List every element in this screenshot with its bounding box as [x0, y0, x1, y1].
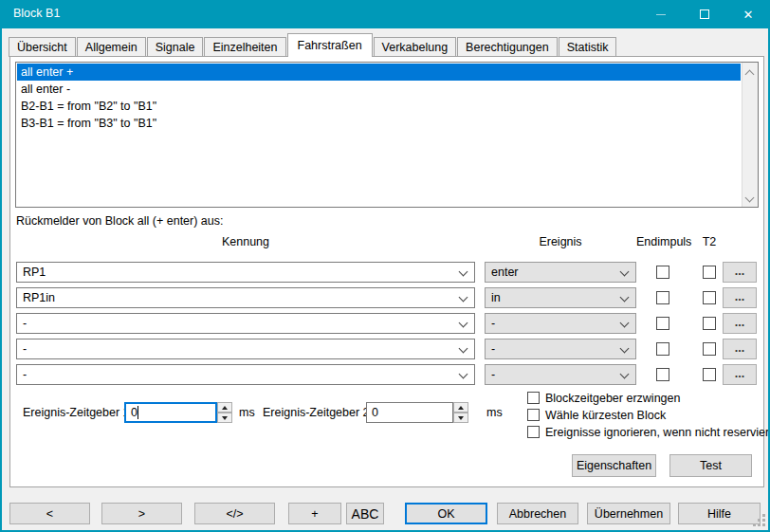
spin-down-button[interactable] [453, 413, 468, 423]
t2-checkbox-1[interactable] [703, 266, 716, 279]
more-button-1[interactable]: ... [723, 262, 757, 283]
test-button[interactable]: Test [669, 454, 752, 477]
ereignis-combo-3[interactable]: - [485, 313, 636, 334]
ereignis-combo-1[interactable]: enter [485, 262, 636, 283]
t2-checkbox-5[interactable] [703, 368, 716, 381]
column-header-t2: T2 [699, 235, 720, 248]
triangle-up-icon [222, 406, 228, 410]
timer2-label: Ereignis-Zeitgeber 2 [263, 402, 370, 423]
ok-button[interactable]: OK [405, 503, 487, 524]
text-caret [138, 406, 138, 419]
kennung-combo-5[interactable]: - [16, 364, 475, 385]
tab-page-fahrstrassen: all enter + all enter - B2-B1 = from "B2… [9, 56, 764, 487]
maximize-button[interactable] [683, 0, 726, 28]
tab-statistik[interactable]: Statistik [559, 37, 617, 57]
list-item[interactable]: all enter + [17, 64, 741, 81]
chevron-down-icon [459, 267, 468, 277]
close-icon: ✕ [743, 8, 754, 22]
more-button-2[interactable]: ... [723, 287, 757, 308]
checkbox[interactable] [527, 392, 540, 404]
t2-checkbox-4[interactable] [703, 342, 716, 356]
list-item[interactable]: B2-B1 = from "B2" to "B1" [17, 98, 741, 115]
hilfe-button[interactable]: Hilfe [678, 503, 761, 524]
column-header-ereignis: Ereignis [485, 235, 636, 248]
timer2-spinner[interactable] [453, 402, 468, 423]
abbrechen-button[interactable]: Abbrechen [497, 503, 578, 524]
timer1-spinner[interactable] [217, 402, 232, 423]
endimpuls-checkbox-5[interactable] [656, 368, 669, 381]
triangle-down-icon [458, 416, 464, 420]
uebernehmen-button[interactable]: Übernehmen [587, 503, 670, 524]
t2-checkbox-3[interactable] [703, 317, 716, 330]
endimpuls-checkbox-4[interactable] [656, 342, 669, 356]
maximize-icon [700, 9, 709, 19]
triangle-down-icon [222, 416, 228, 420]
more-button-3[interactable]: ... [723, 313, 757, 334]
tab-fahrstrassen[interactable]: Fahrstraßen [287, 33, 373, 57]
close-button[interactable]: ✕ [726, 0, 770, 28]
eigenschaften-button[interactable]: Eigenschaften [572, 454, 656, 477]
vertical-scrollbar[interactable] [742, 63, 758, 207]
chevron-down-icon [620, 319, 630, 328]
endimpuls-checkbox-2[interactable] [656, 291, 669, 304]
list-item[interactable]: B3-B1 = from "B3" to "B1" [17, 115, 741, 132]
chevron-down-icon [459, 319, 468, 328]
nav-prev-button[interactable]: < [9, 503, 90, 524]
tab-signale[interactable]: Signale [147, 37, 204, 57]
more-button-4[interactable]: ... [723, 339, 757, 359]
window-title: Block B1 [13, 7, 60, 20]
kennung-combo-2[interactable]: RP1in [16, 287, 475, 308]
feedback-section-label: Rückmelder von Block all (+ enter) aus: [16, 214, 224, 228]
timer1-label: Ereignis-Zeitgeber 1 [23, 402, 130, 423]
scroll-down-icon[interactable] [746, 191, 753, 204]
routes-listbox[interactable]: all enter + all enter - B2-B1 = from "B2… [15, 62, 759, 208]
chevron-down-icon [620, 293, 630, 303]
abc-button[interactable]: ABC [346, 503, 384, 524]
checkbox[interactable] [527, 426, 540, 438]
resize-grip-icon[interactable] [754, 515, 765, 526]
minimize-button[interactable] [639, 0, 683, 28]
ereignis-combo-2[interactable]: in [485, 287, 636, 308]
tab-einzelheiten[interactable]: Einzelheiten [204, 37, 285, 57]
minimize-icon [656, 14, 666, 15]
more-button-5[interactable]: ... [723, 364, 757, 385]
nav-code-button[interactable]: </> [194, 503, 275, 524]
chevron-down-icon [620, 370, 630, 379]
scroll-up-icon[interactable] [746, 67, 753, 81]
timer2-unit: ms [486, 402, 503, 423]
titlebar: Block B1 ✕ [0, 0, 770, 28]
kennung-combo-1[interactable]: RP1 [16, 262, 475, 283]
tab-berechtigungen[interactable]: Berechtigungen [457, 37, 558, 57]
tab-verkabelung[interactable]: Verkabelung [374, 37, 457, 57]
tab-uebersicht[interactable]: Übersicht [9, 37, 76, 57]
triangle-up-icon [458, 406, 464, 410]
spin-up-button[interactable] [453, 402, 468, 413]
list-item[interactable]: all enter - [17, 81, 741, 98]
routes-list-items: all enter + all enter - B2-B1 = from "B2… [17, 64, 741, 132]
t2-checkbox-2[interactable] [703, 291, 716, 304]
column-header-endimpuls: Endimpuls [636, 235, 689, 248]
checkbox[interactable] [527, 409, 540, 421]
timer2-input[interactable] [366, 402, 453, 423]
timer1-unit: ms [239, 402, 255, 423]
kennung-combo-4[interactable]: - [16, 339, 475, 359]
endimpuls-checkbox-1[interactable] [656, 266, 669, 279]
option-label: Ereignisse ignorieren, wenn nicht reserv… [545, 425, 770, 440]
chevron-down-icon [620, 344, 630, 354]
nav-next-button[interactable]: > [101, 503, 182, 524]
chevron-down-icon [459, 370, 468, 379]
kennung-combo-3[interactable]: - [16, 313, 475, 334]
spin-down-button[interactable] [217, 413, 232, 423]
ereignis-combo-5[interactable]: - [485, 364, 636, 385]
nav-add-button[interactable]: + [288, 503, 341, 524]
tab-allgemein[interactable]: Allgemein [77, 37, 146, 57]
option-label: Wähle kürzesten Block [545, 408, 666, 423]
ereignis-combo-4[interactable]: - [485, 339, 636, 359]
chevron-down-icon [620, 267, 630, 277]
dialog-window: Block B1 ✕ Übersicht Allgemein Signale E… [0, 0, 770, 532]
chevron-down-icon [459, 344, 468, 354]
chevron-down-icon [459, 293, 468, 303]
spin-up-button[interactable] [217, 402, 232, 413]
option-label: Blockzeitgeber erzwingen [545, 391, 680, 406]
endimpuls-checkbox-3[interactable] [656, 317, 669, 330]
